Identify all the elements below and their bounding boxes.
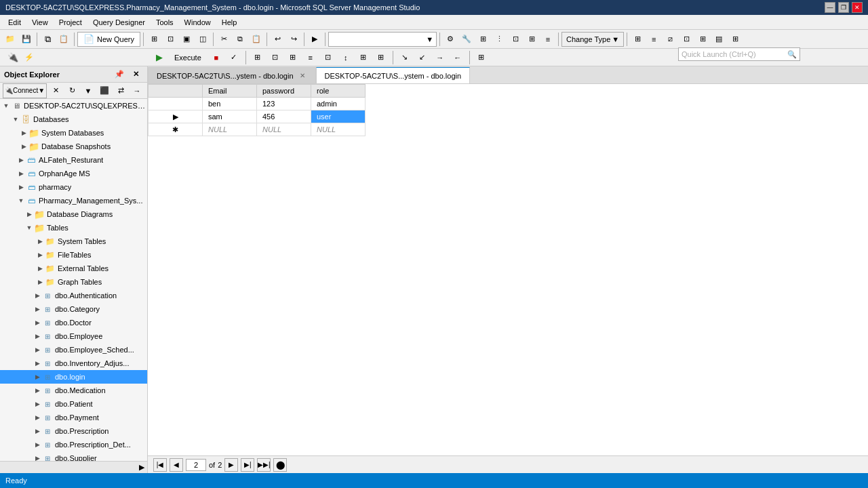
tb-exec4[interactable]: ≡: [303, 50, 318, 65]
table-row[interactable]: ▶ sam 456 user: [149, 110, 366, 123]
open-button[interactable]: 📁: [3, 32, 18, 47]
oe-expand-orp[interactable]: ▶: [16, 169, 26, 178]
tb-exec7[interactable]: ⊞: [356, 50, 371, 65]
restore-button[interactable]: ❐: [838, 2, 849, 13]
tb-right5[interactable]: ⊡: [508, 32, 523, 47]
oe-expand-sys[interactable]: ▶: [19, 128, 28, 138]
tab-2[interactable]: DESKTOP-5AC2TU\S...ystem - dbo.login: [316, 67, 471, 83]
oe-dbo-supplier[interactable]: ▶ ⊞ dbo.Supplier: [0, 451, 147, 461]
oe-expand-graph[interactable]: ▶: [35, 277, 45, 287]
data-grid[interactable]: Email password role ben 123 admin: [148, 84, 868, 455]
oe-sync-btn[interactable]: ⇄: [113, 83, 128, 98]
nav-last2-btn[interactable]: ▶▶|: [257, 458, 271, 472]
oe-expand-pay[interactable]: ▶: [33, 413, 42, 422]
oe-expand-pharm[interactable]: ▶: [16, 182, 26, 192]
oe-databases-node[interactable]: ▼ 🗄 Databases: [0, 113, 147, 126]
oe-expand-inv[interactable]: ▶: [33, 359, 42, 368]
quick-launch-box[interactable]: Quick Launch (Ctrl+Q) 🔍: [678, 47, 800, 61]
oe-expand-file-tables[interactable]: ▶: [35, 250, 45, 260]
tb-btn2[interactable]: ⊡: [163, 32, 178, 47]
menu-help[interactable]: Help: [216, 17, 243, 28]
oe-filter-btn[interactable]: ▼: [81, 83, 96, 98]
oe-expand-cat[interactable]: ▶: [33, 304, 42, 314]
tb-undo[interactable]: ↩: [270, 32, 285, 47]
page-number-input[interactable]: 2: [186, 459, 206, 471]
col-role[interactable]: role: [311, 85, 366, 98]
minimize-button[interactable]: —: [825, 2, 835, 13]
stop-btn[interactable]: ■: [209, 50, 224, 65]
oe-db-snapshots[interactable]: ▶ 📁 Database Snapshots: [0, 140, 147, 153]
tab-1-close[interactable]: ✕: [298, 71, 307, 81]
row-2-role[interactable]: user: [311, 110, 366, 123]
oe-db-diagrams[interactable]: ▶ 📁 Database Diagrams: [0, 207, 147, 221]
menu-window[interactable]: Window: [179, 17, 216, 28]
menu-view[interactable]: View: [26, 17, 54, 28]
menu-edit[interactable]: Edit: [3, 17, 26, 28]
oe-connect-btn[interactable]: 🔌 Connect ▼: [3, 83, 47, 98]
oe-expand-login[interactable]: ▶: [33, 372, 42, 382]
oe-expand-auth[interactable]: ▶: [33, 291, 42, 300]
tb-right3[interactable]: ⊞: [475, 32, 490, 47]
row-2-password[interactable]: 456: [257, 110, 311, 123]
col-password[interactable]: password: [257, 85, 311, 98]
oe-pharmacy[interactable]: ▶ 🗃 pharmacy: [0, 180, 147, 194]
oe-expand-presc-det[interactable]: ▶: [33, 440, 42, 449]
paste-button[interactable]: 📋: [56, 32, 71, 47]
tb-exec3[interactable]: ⊞: [285, 50, 300, 65]
row-3-email[interactable]: NULL: [203, 123, 257, 136]
parse-btn[interactable]: ✓: [226, 50, 241, 65]
change-type-button[interactable]: Change Type ▼: [561, 32, 624, 47]
tb-exec10[interactable]: ↙: [415, 50, 430, 65]
nav-first-btn[interactable]: |◀: [153, 458, 167, 472]
disconnect-btn[interactable]: ⚡: [22, 50, 37, 65]
tb-exec2[interactable]: ⊡: [268, 50, 283, 65]
tb-far7[interactable]: ⊞: [728, 32, 743, 47]
tb-right6[interactable]: ⊞: [524, 32, 539, 47]
save-button[interactable]: 💾: [19, 32, 34, 47]
oe-dbo-inventory[interactable]: ▶ ⊞ dbo.Inventory_Adjus...: [0, 357, 147, 370]
oe-dbo-medication[interactable]: ▶ ⊞ dbo.Medication: [0, 384, 147, 397]
oe-close-btn[interactable]: ✕: [128, 67, 143, 82]
oe-server-node[interactable]: ▼ 🖥 DESKTOP-5AC2TU\SQLEXPRESS (S...: [0, 99, 147, 113]
oe-expand-server[interactable]: ▼: [1, 101, 11, 110]
tb-right1[interactable]: ⚙: [443, 32, 458, 47]
row-3-role[interactable]: NULL: [311, 123, 366, 136]
oe-expand-sup[interactable]: ▶: [33, 453, 42, 461]
oe-graph-tables[interactable]: ▶ 📁 Graph Tables: [0, 275, 147, 289]
tb-right7[interactable]: ≡: [540, 32, 555, 47]
menu-query-designer[interactable]: Query Designer: [87, 17, 151, 28]
oe-dbo-prescription[interactable]: ▶ ⊞ dbo.Prescription: [0, 424, 147, 438]
close-button[interactable]: ✕: [852, 2, 863, 13]
oe-dbo-employee[interactable]: ▶ ⊞ dbo.Employee: [0, 329, 147, 343]
nav-next-btn[interactable]: ▶: [224, 458, 238, 472]
copy-button[interactable]: ⧉: [40, 32, 55, 47]
tb-exec9[interactable]: ↘: [397, 50, 412, 65]
oe-dbo-emp-sched[interactable]: ▶ ⊞ dbo.Employee_Sched...: [0, 343, 147, 357]
oe-dbo-doctor[interactable]: ▶ ⊞ dbo.Doctor: [0, 316, 147, 329]
tb-far4[interactable]: ⊡: [679, 32, 694, 47]
oe-expand-doc[interactable]: ▶: [33, 318, 42, 327]
oe-dbo-auth[interactable]: ▶ ⊞ dbo.Authentication: [0, 289, 147, 302]
tb-cut[interactable]: ✂: [216, 32, 231, 47]
run-btn[interactable]: ▶: [152, 50, 167, 65]
menu-project[interactable]: Project: [54, 17, 87, 28]
oe-expand-snap[interactable]: ▶: [19, 142, 28, 151]
tb-paste2[interactable]: 📋: [249, 32, 264, 47]
oe-dbo-patient[interactable]: ▶ ⊞ dbo.Patient: [0, 397, 147, 411]
tb-exec5[interactable]: ⊡: [321, 50, 336, 65]
oe-dbo-presc-det[interactable]: ▶ ⊞ dbo.Prescription_Det...: [0, 438, 147, 451]
tb-btn1[interactable]: ⊞: [146, 32, 161, 47]
oe-expand-presc[interactable]: ▶: [33, 426, 42, 436]
database-dropdown[interactable]: ▼: [328, 32, 437, 47]
tb-exec13[interactable]: ⊞: [474, 50, 489, 65]
oe-expand-emp[interactable]: ▶: [33, 331, 42, 341]
oe-pin-btn[interactable]: 📌: [112, 67, 127, 82]
row-2-email[interactable]: sam: [203, 110, 257, 123]
oe-dbo-login[interactable]: ▶ ⊞ dbo.login: [0, 370, 147, 384]
row-1-email[interactable]: ben: [203, 98, 257, 110]
oe-expand-pms[interactable]: ▼: [16, 196, 26, 205]
oe-file-tables[interactable]: ▶ 📁 FileTables: [0, 248, 147, 262]
oe-expand-med[interactable]: ▶: [33, 386, 42, 395]
tb-exec1[interactable]: ⊞: [250, 50, 265, 65]
oe-expand-pat[interactable]: ▶: [33, 399, 42, 409]
